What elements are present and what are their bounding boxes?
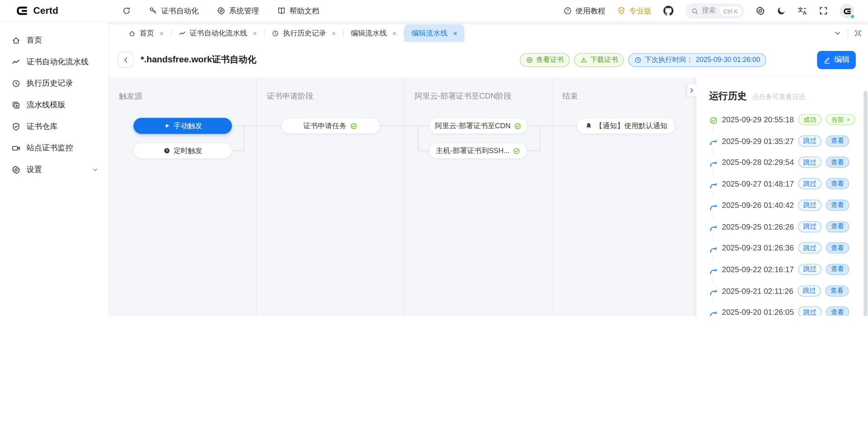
sidebar-item[interactable]: 站点证书监控 [0,137,109,159]
history-entry[interactable]: 2025-09-29 20:55:18成功当前× [709,114,861,125]
tabbar: 首页×证书自动化流水线×执行历史记录×编辑流水线×编辑流水线× [109,24,868,42]
view-log-button[interactable]: 查看 [826,135,849,146]
timeline-connector [713,298,713,304]
topbar-nav-item[interactable]: 帮助文档 [277,6,319,16]
settings-gear-button[interactable] [756,6,765,15]
content-fullscreen-icon[interactable] [854,29,862,37]
view-log-button[interactable]: 查看 [826,264,849,275]
translate-icon: 文A [798,6,807,15]
view-log-button[interactable]: 查看 [826,200,849,211]
sidebar-item-label: 证书仓库 [26,121,58,131]
pipeline-node[interactable]: 阿里云-部署证书至CDN [429,118,528,134]
history-entry[interactable]: 2025-09-20 01:26:05跳过查看 [709,307,861,316]
stage-columns: 触发源 证书申请阶段 阿里云-部署证书至CDN阶段 结束 [109,77,696,316]
node-label: 证书申请任务 [304,121,347,131]
sidebar-item[interactable]: 设置 [0,159,109,180]
history-entry-time: 2025-09-21 02:11:26 [722,286,793,295]
sidebar-item[interactable]: 证书自动化流水线 [0,51,109,73]
tab-2[interactable]: 执行历史记录× [265,24,343,42]
topbar-nav-item[interactable]: 系统管理 [217,6,259,16]
trend-icon [11,57,20,66]
pipeline-node[interactable]: 主机-部署证书到SSH... [429,143,528,159]
history-entry[interactable]: 2025-09-29 01:35:27跳过查看 [709,135,861,146]
close-icon[interactable]: × [392,30,397,37]
history-entry-time: 2025-09-27 01:48:17 [722,179,794,188]
tab-active[interactable]: 编辑流水线× [404,24,464,42]
topbar-nav-item[interactable]: 证书自动化 [149,6,199,16]
sidebar-item[interactable]: 执行历史记录 [0,73,109,94]
view-log-button[interactable]: 查看 [826,157,849,168]
skip-icon [709,180,718,189]
history-entry[interactable]: 2025-09-21 02:11:26跳过查看 [709,285,861,296]
dark-mode-button[interactable] [777,6,786,15]
history-entry[interactable]: 2025-09-28 02:29:54跳过查看 [709,157,861,168]
history-entry[interactable]: 2025-09-26 01:40:42跳过查看 [709,200,861,211]
view-log-button[interactable]: 查看 [825,285,849,296]
timeline-connector [713,127,713,133]
history-entry[interactable]: 2025-09-23 01:26:36跳过查看 [709,243,861,254]
search-input[interactable]: 搜索 Ctrl K [685,3,744,19]
main-area: 首页×证书自动化流水线×执行历史记录×编辑流水线×编辑流水线× *.handsf… [109,22,868,316]
chevron-right-icon [689,87,695,93]
close-icon[interactable]: × [846,116,850,123]
avatar[interactable] [840,4,854,18]
history-entry[interactable]: 2025-09-27 01:48:17跳过查看 [709,178,861,189]
github-link[interactable] [663,6,674,16]
pipeline-canvas: 触发源 证书申请阶段 阿里云-部署证书至CDN阶段 结束 手动触发定时触发证书申… [109,77,696,316]
language-button[interactable]: 文A [798,6,807,15]
pipeline-node[interactable]: 手动触发 [133,118,232,134]
app-root: Certd 证书自动化系统管理帮助文档 ?使用教程 专业版 搜索 Ctrl K … [0,0,868,316]
vertical-scrollbar-thumb[interactable] [863,91,867,316]
history-title: 运行历史 [709,90,747,102]
status-badge-current[interactable]: 当前× [826,114,855,125]
pipeline-node[interactable]: 定时触发 [133,143,232,159]
view-cert-button[interactable]: 查看证书 [520,53,570,67]
skip-icon [709,137,718,146]
tab-list-dropdown-icon[interactable] [834,29,842,37]
history-entry-time: 2025-09-23 01:26:36 [722,243,794,252]
view-log-button[interactable]: 查看 [826,221,849,232]
collapse-history-panel-button[interactable] [687,84,696,96]
pro-version-link[interactable]: 专业版 [617,6,652,16]
tutorial-link[interactable]: ?使用教程 [563,6,606,16]
skip-icon [709,245,718,253]
history-entry-time: 2025-09-28 02:29:54 [722,158,794,166]
history-entry-time: 2025-09-22 02:16:17 [722,265,794,274]
tab-1[interactable]: 证书自动化流水线× [171,24,264,42]
tab-3[interactable]: 编辑流水线× [344,24,404,42]
tab-0[interactable]: 首页× [121,24,171,42]
sidebar-item[interactable]: 首页 [0,29,109,51]
stage-column-cert-request: 证书申请阶段 [257,77,405,316]
certd-logo-icon [15,4,29,18]
timeline-connector [713,255,713,262]
sidebar-item[interactable]: 流水线模版 [0,94,109,116]
view-log-button[interactable]: 查看 [826,178,849,189]
skip-icon [709,309,718,316]
history-icon [11,79,20,88]
view-log-button[interactable]: 查看 [826,307,849,316]
chevron-down-icon [92,166,99,173]
close-icon[interactable]: × [332,30,336,37]
template-icon [11,101,20,109]
pipeline-node[interactable]: 证书申请任务 [281,118,380,134]
download-cert-button[interactable]: 下载证书 [574,53,624,67]
close-icon[interactable]: × [453,30,457,37]
edit-button[interactable]: 编辑 [817,50,856,69]
pipeline-node[interactable]: 【通知】使用默认通知 [577,118,675,134]
play-icon [163,122,170,129]
fullscreen-button[interactable] [819,6,828,15]
timeline-connector [713,234,713,240]
view-log-button[interactable]: 查看 [826,243,849,254]
history-entry-time: 2025-09-25 01:26:26 [722,222,794,231]
back-button[interactable] [118,52,133,67]
key-icon [149,7,157,15]
refresh-button[interactable] [123,7,131,15]
svg-text:A: A [803,10,806,15]
sidebar-item[interactable]: 证书仓库 [0,116,109,137]
history-entry[interactable]: 2025-09-25 01:26:26跳过查看 [709,221,861,232]
status-badge-skipped: 跳过 [798,307,821,316]
history-entry[interactable]: 2025-09-22 02:16:17跳过查看 [709,264,861,275]
close-icon[interactable]: × [253,30,257,37]
topbar: Certd 证书自动化系统管理帮助文档 ?使用教程 专业版 搜索 Ctrl K … [0,0,868,22]
close-icon[interactable]: × [159,30,164,37]
